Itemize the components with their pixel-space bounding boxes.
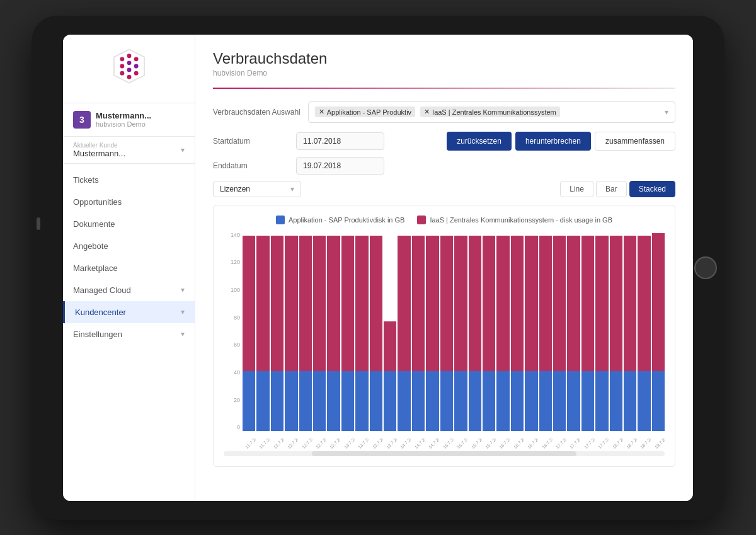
x-label: 11.7.2018 [273,437,285,449]
bar-segment-bottom [511,371,524,431]
legend-item-red: IaaS | Zentrales Kommunikationssystem - … [417,216,612,224]
bar-segment-top [341,236,354,371]
scrollbar-area[interactable] [224,451,665,456]
bar-segment-bottom [652,371,665,431]
customer-section[interactable]: Aktueller Kunde Mustermann... ▾ [63,137,195,164]
bar-segment-top [355,236,368,371]
x-label: 11.7.2018 [244,437,256,449]
line-button[interactable]: Line [560,181,593,197]
user-section[interactable]: 3 Mustermann... hubvision Demo [63,103,195,137]
bar-segment-top [624,236,636,371]
tag-iaas[interactable]: ✕ IaaS | Zentrales Kommunikationssystem [420,106,560,117]
bar-column [624,232,636,431]
svg-point-8 [127,67,131,72]
bar-column [553,232,566,431]
summarize-button[interactable]: zusammenfassen [595,132,675,151]
main-content: Verbrauchsdaten hubvision Demo Verbrauch… [195,35,693,501]
svg-point-5 [127,60,131,65]
x-label: 15.7.2018 [470,437,482,449]
tablet-frame: 3 Mustermann... hubvision Demo Aktueller… [32,16,724,520]
legend-color-blue [276,216,285,224]
chart-type-buttons: Line Bar Stacked [560,181,675,197]
tablet-side-button [37,217,40,230]
sidebar-item-opportunities[interactable]: Opportunities [63,191,195,213]
x-label: 12.7.2018 [287,437,299,449]
bar-column [384,232,396,431]
bar-segment-top [313,236,326,371]
enddatum-input[interactable] [296,157,384,175]
tag-applikation[interactable]: ✕ Applikation - SAP Produktiv [315,106,415,117]
action-buttons: zurücksetzen herunterbrechen zusammenfas… [447,132,675,151]
svg-point-9 [134,71,138,75]
breakdown-button[interactable]: herunterbrechen [515,132,591,151]
bar-segment-top [398,236,410,371]
bar-segment-bottom [496,371,509,431]
startdatum-row: Startdatum zurücksetzen herunterbrechen … [213,132,675,151]
y-label: 80 [234,314,240,321]
legend-label-blue: Applikation - SAP Produktivdisk in GB [289,216,404,224]
title-divider [213,88,675,89]
bar-segment-bottom [525,371,537,431]
bar-column [567,232,580,431]
bar-segment-bottom [285,371,297,431]
x-label: 16.7.2018 [541,437,553,449]
page-title: Verbrauchsdaten [213,50,675,67]
sidebar-item-einstellungen[interactable]: Einstellungen ▾ [63,323,195,345]
y-label: 140 [231,232,240,238]
tag-x-icon[interactable]: ✕ [424,108,430,116]
bar-segment-top [426,236,438,371]
bar-column [256,232,269,431]
chevron-down-icon: ▾ [290,185,294,193]
type-select[interactable]: Lizenzen ▾ [213,181,301,197]
x-label: 14.7.2018 [399,437,411,449]
sidebar-item-tickets[interactable]: Tickets [63,169,195,191]
bar-segment-top [271,236,284,371]
svg-point-10 [127,74,131,79]
x-label: 18.7.2018 [639,437,651,449]
bar-segment-bottom [313,371,326,431]
bar-segment-bottom [610,371,622,431]
enddatum-row: Enddatum [213,157,675,175]
chevron-down-icon: ▾ [181,146,185,154]
bar-segment-bottom [581,371,594,431]
bar-column [285,232,297,431]
bar-column [313,232,326,431]
x-label: 19.7.2018 [654,437,666,449]
svg-point-2 [127,54,131,58]
y-label: 20 [234,397,240,403]
sidebar-item-angebote[interactable]: Angebote [63,235,195,257]
x-label: 14.7.2018 [414,437,426,449]
y-label: 60 [234,342,240,348]
bar-column [652,232,665,431]
bar-column [426,232,438,431]
x-label: 17.7.2018 [597,437,609,449]
bar-segment-bottom [483,371,495,431]
sidebar-item-marketplace[interactable]: Marketplace [63,257,195,279]
stacked-button[interactable]: Stacked [629,181,675,197]
sidebar-item-managed-cloud[interactable]: Managed Cloud ▾ [63,279,195,301]
sidebar: 3 Mustermann... hubvision Demo Aktueller… [63,35,195,501]
tag-x-icon[interactable]: ✕ [319,108,324,116]
startdatum-input[interactable] [296,132,384,150]
bar-segment-bottom [539,371,552,431]
sidebar-item-dokumente[interactable]: Dokumente [63,213,195,235]
bar-column [440,232,453,431]
bar-segment-bottom [469,371,481,431]
sidebar-item-kundencenter[interactable]: Kundencenter ▾ [63,301,195,323]
reset-button[interactable]: zurücksetzen [447,132,512,151]
customer-name: Mustermann... [73,149,125,158]
tablet-screen: 3 Mustermann... hubvision Demo Aktueller… [63,35,693,501]
bar-segment-bottom [384,371,396,431]
filter-row: Verbrauchsdaten Auswahl ✕ Applikation - … [213,101,675,123]
svg-point-1 [120,57,124,61]
x-label: 16.7.2018 [527,437,539,449]
x-label: 13.7.2018 [343,437,355,449]
bar-button[interactable]: Bar [596,181,627,197]
bar-segment-top [567,236,580,371]
svg-point-3 [134,57,138,61]
x-label: 13.7.2018 [372,437,384,449]
x-label: 18.7.2018 [626,437,638,449]
x-label: 15.7.2018 [484,437,496,449]
bar-segment-bottom [454,371,467,431]
auswahl-select[interactable]: ✕ Applikation - SAP Produktiv ✕ IaaS | Z… [308,101,675,123]
